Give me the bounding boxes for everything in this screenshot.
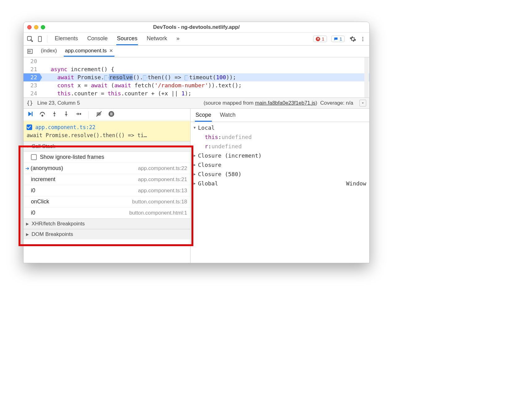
code-line: async increment() {: [40, 65, 369, 73]
svg-point-12: [109, 111, 114, 117]
window-title: DevTools - ng-devtools.netlify.app/: [24, 24, 369, 30]
section-callstack[interactable]: ▼ Call Stack: [24, 141, 190, 152]
svg-point-8: [54, 115, 55, 116]
callstack-frame[interactable]: onClick button.component.ts:18: [24, 196, 190, 207]
line-number: 23: [24, 81, 40, 89]
line-number: 21: [24, 65, 40, 73]
debugger-pane: app.component.ts:22 await Promise.resolv…: [24, 109, 369, 263]
frame-location: app.component.ts:13: [138, 188, 187, 194]
separator: [88, 111, 89, 119]
chevron-right-icon: ▶: [194, 151, 198, 160]
frame-name: (anonymous): [31, 165, 63, 172]
chevron-right-icon: ▶: [194, 160, 198, 170]
right-debug-pane: Scope Watch ▼Local this: undefined r: un…: [191, 109, 369, 263]
chevron-right-icon: ▶: [26, 232, 30, 237]
callstack-frame[interactable]: i0 app.component.ts:13: [24, 185, 190, 196]
svg-rect-5: [28, 49, 32, 53]
pause-on-exceptions-icon[interactable]: [108, 111, 115, 119]
chevron-right-icon: ▶: [26, 222, 30, 226]
scope-local[interactable]: ▼Local: [194, 123, 366, 133]
frame-location: app.component.ts:22: [138, 165, 187, 172]
issues-count-badge[interactable]: 1: [331, 36, 345, 42]
section-title: DOM Breakpoints: [32, 231, 73, 237]
cursor-position: Line 23, Column 5: [37, 100, 80, 106]
chevron-down-icon: ▼: [26, 144, 30, 149]
file-tabs: (index) app.component.ts ✕: [24, 46, 369, 57]
left-debug-pane: app.component.ts:22 await Promise.resolv…: [24, 109, 191, 263]
titlebar: DevTools - ng-devtools.netlify.app/: [24, 22, 369, 33]
tab-console[interactable]: Console: [87, 33, 108, 45]
line-number-current: 22: [24, 73, 40, 81]
issues-count: 1: [340, 36, 342, 41]
show-ignore-listed-toggle[interactable]: Show ignore-listed frames: [24, 152, 190, 163]
tab-scope[interactable]: Scope: [195, 111, 212, 122]
scope-closure[interactable]: ▶Closure (increment): [194, 151, 366, 160]
sourcemap-info: (source mapped from main.fa8bfa0e23f1eb7…: [204, 100, 353, 106]
navigator-toggle-icon[interactable]: [26, 47, 34, 55]
breakpoint-checkbox[interactable]: [27, 124, 32, 130]
coverage-info: Coverage: n/a: [320, 100, 353, 106]
scope-watch-tabs: Scope Watch: [191, 109, 369, 122]
line-number: 20: [24, 57, 40, 65]
checkbox-icon[interactable]: [31, 154, 37, 160]
tab-overflow[interactable]: »: [176, 33, 180, 45]
file-tab-active[interactable]: app.component.ts ✕: [64, 46, 114, 57]
tab-sources[interactable]: Sources: [116, 33, 138, 45]
deactivate-breakpoints-icon[interactable]: [96, 111, 102, 119]
devtools-window: DevTools - ng-devtools.netlify.app/ Elem…: [23, 22, 370, 263]
callstack-frame[interactable]: ➔ (anonymous) app.component.ts:22: [24, 163, 190, 174]
settings-gear-icon[interactable]: [349, 35, 357, 43]
step-out-icon[interactable]: [63, 111, 69, 119]
scope-var-r[interactable]: r: undefined: [194, 142, 366, 151]
chevron-down-icon: ▼: [194, 123, 198, 133]
svg-point-4: [363, 40, 363, 41]
step-marker-icon: [143, 75, 147, 80]
step-marker-icon: [185, 75, 189, 80]
callstack-frame[interactable]: increment app.component.ts:21: [24, 174, 190, 185]
devtools-toolbar: Elements Console Sources Network » ✕ 1 1: [24, 33, 369, 46]
step-icon[interactable]: [75, 111, 82, 119]
breakpoint-location[interactable]: app.component.ts:22: [35, 124, 95, 130]
code-editor[interactable]: 20 21 async increment() { 22 await Promi…: [24, 57, 369, 98]
frame-name: increment: [31, 176, 55, 183]
tab-watch[interactable]: Watch: [219, 111, 236, 122]
scope-closure[interactable]: ▶Closure: [194, 160, 366, 170]
frame-name: i0: [31, 210, 35, 216]
error-count: 1: [322, 36, 324, 41]
status-dropdown-icon[interactable]: [359, 100, 366, 107]
error-count-badge[interactable]: ✕ 1: [313, 36, 327, 42]
sourcemap-link[interactable]: main.fa8bfa0e23f1eb71.js: [255, 100, 315, 106]
section-dom-breakpoints[interactable]: ▶ DOM Breakpoints: [24, 229, 190, 239]
chevron-right-icon: ▶: [194, 170, 198, 179]
svg-rect-1: [38, 36, 41, 41]
scope-closure[interactable]: ▶Closure (580): [194, 170, 366, 179]
scrollbar[interactable]: [364, 57, 369, 98]
scope-global[interactable]: ▶GlobalWindow: [194, 179, 366, 188]
scope-var-this[interactable]: this: undefined: [194, 133, 366, 142]
svg-point-10: [80, 113, 81, 114]
section-title: XHR/fetch Breakpoints: [32, 221, 85, 227]
close-tab-icon[interactable]: ✕: [109, 48, 113, 54]
resume-icon[interactable]: [27, 111, 33, 119]
debug-toolbar: [24, 109, 190, 121]
kebab-menu-icon[interactable]: [359, 35, 367, 43]
code-line: const x = await (await fetch('/random-nu…: [40, 81, 369, 89]
tab-network[interactable]: Network: [146, 33, 168, 45]
section-title: Call Stack: [32, 143, 55, 150]
breakpoint-snippet: await Promise.resolve().then(() => ti…: [27, 132, 147, 138]
step-into-icon[interactable]: [51, 111, 58, 119]
callstack-frame[interactable]: i0 button.component.html:1: [24, 207, 190, 219]
device-toolbar-icon[interactable]: [36, 35, 44, 43]
step-marker-icon: [104, 75, 109, 80]
frame-location: app.component.ts:21: [138, 176, 187, 183]
step-over-icon[interactable]: [39, 111, 46, 119]
svg-rect-14: [112, 112, 112, 115]
svg-rect-13: [110, 112, 111, 115]
tab-elements[interactable]: Elements: [54, 33, 79, 45]
file-tab-index[interactable]: (index): [40, 46, 58, 57]
file-tab-label: app.component.ts: [65, 48, 107, 54]
section-xhr-breakpoints[interactable]: ▶ XHR/fetch Breakpoints: [24, 219, 190, 229]
pretty-print-icon[interactable]: {}: [27, 100, 33, 106]
code-line: [40, 57, 369, 65]
inspect-element-icon[interactable]: [26, 35, 34, 43]
